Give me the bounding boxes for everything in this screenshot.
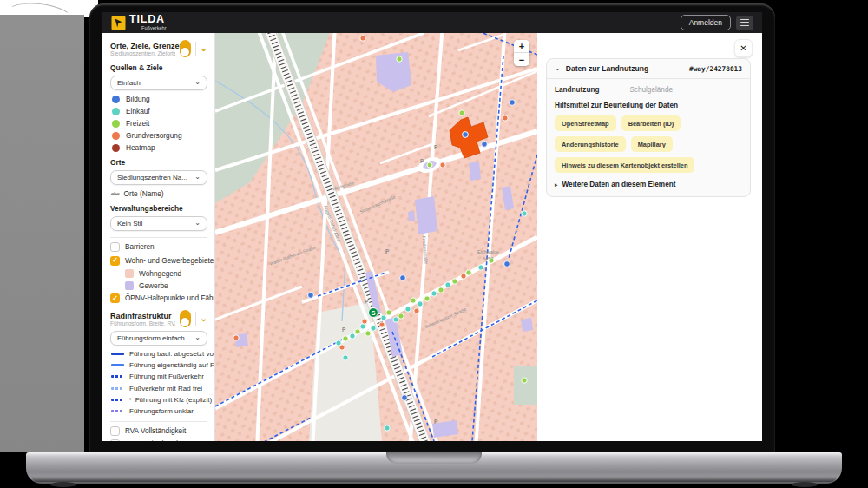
openstreetmap-button[interactable]: OpenStreetMap xyxy=(555,115,616,131)
wohngegend-swatch-icon xyxy=(125,269,134,278)
section-radinfrastruktur: Radinfrastruktur Führungsform, Breite, R… xyxy=(110,310,207,327)
section-visibility-toggle[interactable] xyxy=(180,310,191,327)
checkbox-unchecked[interactable] xyxy=(110,242,120,252)
zoom-in-button[interactable]: + xyxy=(514,40,529,53)
attribute-row: Landnutzung Schulgelände xyxy=(555,86,742,94)
card-header[interactable]: ⌄ Daten zur Landnutzung #way/24278013 xyxy=(547,59,750,79)
collapse-chevron-icon: ⌄ xyxy=(555,66,561,71)
history-button[interactable]: Änderungshistorie xyxy=(555,136,626,152)
chevron-down-icon: ⌄ xyxy=(194,336,201,340)
checkbox-oepnv[interactable]: ✓ ÖPNV-Haltepunkte und Fähranleger xyxy=(110,293,207,303)
app-title: TILDA xyxy=(129,14,167,25)
sbahn-station-icon[interactable]: S xyxy=(369,308,378,318)
checkbox-wohn-gewerbegebiete[interactable]: ✓ Wohn- und Gewerbegebiete xyxy=(110,256,207,266)
svg-text:P: P xyxy=(342,326,346,333)
verwaltungsbereiche-heading: Verwaltungsbereiche xyxy=(110,204,207,213)
layers-sidebar: Orte, Ziele, Grenzen Siedlungszentren, Z… xyxy=(102,33,215,441)
attribute-label: Landnutzung xyxy=(555,86,629,94)
line-style-icon xyxy=(111,364,124,366)
freizeit-dot-icon xyxy=(112,120,120,128)
svg-text:P: P xyxy=(434,419,438,425)
legend-freizeit: Freizeit xyxy=(112,119,207,128)
mapillary-button[interactable]: Mapillary xyxy=(631,136,673,152)
sub-arrow-icon: › xyxy=(129,396,132,403)
grundversorgung-dot-icon xyxy=(112,132,120,140)
svg-text:P: P xyxy=(434,144,438,150)
legend-gewerbe: Gewerbe xyxy=(125,281,207,290)
orte-style-select[interactable]: Siedlungszentren Na... ⌄ xyxy=(110,170,207,185)
svg-text:6452: 6452 xyxy=(483,256,493,261)
line-style-icon xyxy=(111,375,124,378)
line-style-icon xyxy=(111,353,124,355)
checkbox-checked[interactable]: ✓ xyxy=(110,256,120,266)
section-orte-ziele-grenzen: Orte, Ziele, Grenzen Siedlungszentren, Z… xyxy=(110,40,207,57)
laptop-foot xyxy=(50,482,76,487)
svg-text:P: P xyxy=(420,158,424,164)
zoom-out-button[interactable]: − xyxy=(514,53,529,66)
map-canvas[interactable]: P P P P P P S Stubenrauchstraße xyxy=(215,33,537,441)
legend-fussverkehr-rad-frei: Fußverkehr mit Rad frei xyxy=(111,385,207,392)
section-subtitle: Führungsform, Breite, RVA-Ober... xyxy=(110,320,175,326)
more-data-disclosure[interactable]: ▸ Weitere Daten an diesem Element xyxy=(555,181,742,188)
close-icon: ✕ xyxy=(740,43,746,53)
legend-einkauf: Einkauf xyxy=(112,107,207,115)
laptop-frame: TILDA Fußverkehr Anmelden Orte, Ziele, G… xyxy=(89,3,775,454)
legend-heatmap: Heatmap xyxy=(112,143,207,152)
checkbox-rva-breite[interactable]: RVA Breite (Text) xyxy=(110,439,207,441)
section-title: Orte, Ziele, Grenzen xyxy=(110,42,175,50)
hamburger-menu-button[interactable] xyxy=(736,16,753,30)
disclosure-triangle-icon: ▸ xyxy=(555,181,558,188)
section-subtitle: Siedlungszentren, Zielorte, Barri... xyxy=(110,50,175,56)
orte-name-layer[interactable]: abc Orte (Name) xyxy=(111,189,207,198)
tools-heading: Hilfsmittel zur Beurteilung der Daten xyxy=(555,102,742,109)
heatmap-dot-icon xyxy=(112,144,120,152)
check-icon: ✓ xyxy=(112,257,118,264)
checkbox-rva-vollstaendigkeit[interactable]: RVA Vollständigkeit xyxy=(110,426,207,436)
app-logo[interactable]: TILDA Fußverkehr xyxy=(111,14,167,30)
orte-heading: Orte xyxy=(110,158,207,167)
app-subtitle: Fußverkehr xyxy=(141,26,167,31)
verwaltung-style-select[interactable]: Kein Stil ⌄ xyxy=(110,216,207,231)
legend-fuehrung-baulich: Führung baul. abgesetzt von Kfz xyxy=(111,350,207,358)
checkbox-unchecked[interactable] xyxy=(110,439,120,441)
login-button[interactable]: Anmelden xyxy=(681,15,731,30)
einkauf-dot-icon xyxy=(112,108,120,115)
section-visibility-toggle[interactable] xyxy=(180,40,191,57)
map-zoom-control: + − xyxy=(514,40,529,66)
feature-detail-panel: ✕ ⌄ Daten zur Landnutzung #way/24278013 … xyxy=(537,33,762,441)
app-screen: TILDA Fußverkehr Anmelden Orte, Ziele, G… xyxy=(102,12,762,441)
legend-fuehrungsform-unklar: Führungsform unklar xyxy=(111,407,207,415)
line-style-icon xyxy=(111,399,124,401)
edit-id-button[interactable]: Bearbeiten (iD) xyxy=(621,115,681,131)
map-render: P P P P P P S Stubenrauchstraße xyxy=(215,33,537,441)
checkbox-barrieren[interactable]: Barrieren xyxy=(110,242,207,252)
legend-bildung: Bildung xyxy=(112,95,207,103)
svg-text:Eichwalde: Eichwalde xyxy=(477,249,499,254)
svg-text:P: P xyxy=(365,299,369,305)
check-icon: ✓ xyxy=(112,295,118,302)
checkbox-checked[interactable]: ✓ xyxy=(110,293,120,303)
topbar: TILDA Fußverkehr Anmelden xyxy=(102,12,762,33)
background-gray-panel xyxy=(0,15,84,452)
legend-fuehrung-eigenstaendig: Führung eigenständig auf Fahrbahn xyxy=(111,361,207,369)
section-collapse-chevron-icon[interactable]: ⌄ xyxy=(201,44,207,53)
tilda-map-icon xyxy=(111,15,126,31)
close-panel-button[interactable]: ✕ xyxy=(734,39,753,57)
osm-feature-id[interactable]: #way/24278013 xyxy=(689,65,742,73)
abc-text-icon: abc xyxy=(111,191,119,196)
legend-fuehrung-fussverkehr: Führung mit Fußverkehr xyxy=(111,373,207,380)
checkbox-unchecked[interactable] xyxy=(110,426,120,436)
hamburger-icon xyxy=(740,19,749,20)
quellen-style-select[interactable]: Einfach ⌄ xyxy=(110,76,207,90)
laptop-lid-notch xyxy=(386,452,482,464)
section-title: Radinfrastruktur xyxy=(110,312,175,320)
chevron-down-icon: ⌄ xyxy=(194,81,201,85)
fuehrungsform-select[interactable]: Führungsform einfach ⌄ xyxy=(110,331,207,346)
section-collapse-chevron-icon[interactable]: ⌄ xyxy=(201,314,207,323)
freizeit-marker[interactable] xyxy=(427,162,432,168)
laptop-foot xyxy=(792,482,818,487)
line-style-icon xyxy=(111,387,124,390)
legend-grundversorgung: Grundversorgung xyxy=(112,131,207,140)
create-note-button[interactable]: Hinweis zu diesem Kartenobjekt erstellen xyxy=(555,157,694,173)
gewerbe-swatch-icon xyxy=(125,281,134,290)
